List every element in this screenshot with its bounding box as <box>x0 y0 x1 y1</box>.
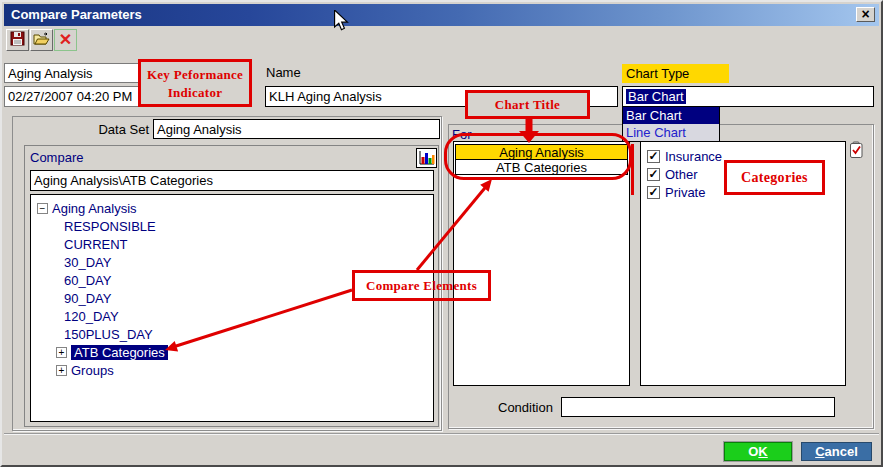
delete-x-icon: ✕ <box>59 33 72 47</box>
tree-item-root[interactable]: Aging Analysis <box>31 199 433 217</box>
chart-type-combobox[interactable]: Bar Chart <box>622 86 874 107</box>
tree-item[interactable]: Groups <box>31 361 433 379</box>
name-label: Name <box>266 65 301 80</box>
dialog-title: Compare Parameters <box>11 7 142 22</box>
tree-item-label: RESPONSIBLE <box>64 219 156 234</box>
tree-item-label: 150PLUS_DAY <box>64 327 153 342</box>
ok-label: O <box>748 444 758 459</box>
annotation-circle-overshoot <box>631 144 634 195</box>
dropdown-option-line-chart[interactable]: Line Chart <box>623 124 719 141</box>
close-icon[interactable] <box>856 7 875 22</box>
data-set-label: Data Set <box>94 122 149 137</box>
collapse-icon[interactable] <box>37 203 48 214</box>
tree-item-label: Groups <box>71 363 114 378</box>
save-button[interactable] <box>6 29 29 51</box>
tree-item-label: 30_DAY <box>64 255 111 270</box>
bar-chart-icon <box>417 155 436 170</box>
tree-item-label: CURRENT <box>64 237 128 252</box>
checkbox-checked-icon[interactable] <box>647 186 660 199</box>
cancel-button[interactable]: Cancel <box>801 442 872 461</box>
chart-type-dropdown-list: Bar Chart Line Chart <box>622 106 720 142</box>
annotation-circle-for-items <box>444 133 632 180</box>
tree-item[interactable]: CURRENT <box>31 235 433 253</box>
tree-item-selected[interactable]: ATB Categories <box>31 343 433 361</box>
compare-parameters-dialog: Compare Parameters ✕ Aging Analysis 02/2… <box>0 0 883 467</box>
mouse-cursor-icon <box>333 10 349 34</box>
chart-preview-button[interactable] <box>416 148 437 168</box>
chart-type-selected-value: Bar Chart <box>626 89 686 104</box>
compare-path-field[interactable]: Aging Analysis\ATB Categories <box>30 170 434 191</box>
expand-icon[interactable] <box>56 347 67 358</box>
tree-item-label: Aging Analysis <box>52 201 137 216</box>
expand-icon[interactable] <box>56 365 67 376</box>
open-folder-icon <box>33 32 50 49</box>
compare-label: Compare <box>30 150 83 165</box>
compare-tree: Aging Analysis RESPONSIBLE CURRENT 30_DA… <box>30 194 434 422</box>
footer-separator <box>4 433 879 435</box>
category-label: Other <box>665 167 698 182</box>
ok-button[interactable]: OK <box>724 442 792 461</box>
tree-item-label: 60_DAY <box>64 273 111 288</box>
condition-input[interactable] <box>561 397 835 417</box>
tree-item-label: 90_DAY <box>64 291 111 306</box>
checkbox-checked-icon[interactable] <box>647 168 660 181</box>
chart-type-label: Chart Type <box>622 64 729 83</box>
annotation-kpi: Key Peformance Indicator <box>138 59 252 107</box>
open-button[interactable] <box>30 29 53 51</box>
tree-item-label: 120_DAY <box>64 309 119 324</box>
tree-item[interactable]: RESPONSIBLE <box>31 217 433 235</box>
category-label: Private <box>665 185 705 200</box>
check-all-icon <box>849 147 864 162</box>
tree-item-label: ATB Categories <box>71 345 168 360</box>
category-label: Insurance <box>665 149 722 164</box>
tree-item[interactable]: 120_DAY <box>31 307 433 325</box>
annotation-compare-elements: Compare Elements <box>352 270 491 301</box>
tree-item[interactable]: 30_DAY <box>31 253 433 271</box>
checkbox-checked-icon[interactable] <box>647 150 660 163</box>
check-all-button[interactable] <box>849 141 864 162</box>
data-set-field[interactable]: Aging Analysis <box>153 119 440 139</box>
title-bar[interactable]: Compare Parameters <box>4 4 879 26</box>
dropdown-option-bar-chart[interactable]: Bar Chart <box>623 107 719 124</box>
annotation-categories: Categories <box>724 160 825 195</box>
save-icon <box>10 31 25 49</box>
tree-item[interactable]: 150PLUS_DAY <box>31 325 433 343</box>
delete-button[interactable]: ✕ <box>54 29 77 51</box>
condition-label: Condition <box>498 400 553 415</box>
annotation-chart-title: Chart Title <box>465 90 590 119</box>
